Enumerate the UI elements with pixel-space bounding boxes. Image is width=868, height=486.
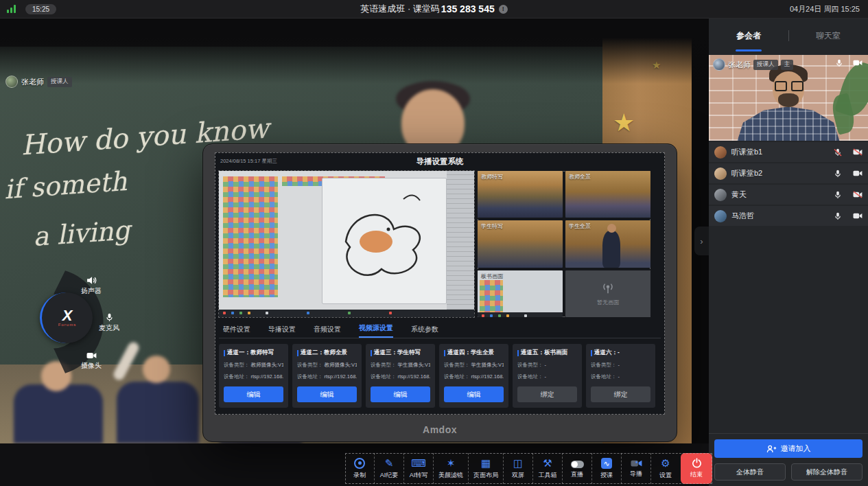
dual-screen-button[interactable]: ◫ 双屏 (503, 453, 532, 484)
mic-icon[interactable] (835, 59, 843, 67)
video-tile[interactable]: 学生特写 (478, 220, 563, 267)
toolbox-button[interactable]: ⚒ 工具箱 (532, 453, 562, 484)
mic-icon[interactable] (834, 148, 842, 157)
director-button[interactable]: 导播 (621, 453, 650, 484)
tab-director-settings[interactable]: 导播设置 (268, 325, 296, 338)
class-code: 135 283 545 (441, 3, 495, 14)
video-tile[interactable]: 学生全景 (565, 220, 650, 267)
camera-icon (86, 351, 97, 360)
toggle-icon (571, 461, 584, 468)
camera-grid: 教师特写 教师全景 学生特写 学生全景 板书画面 暂无画面 (478, 171, 650, 317)
featured-participant-video[interactable]: 张老师 授课人 主 (709, 55, 868, 141)
camera-icon[interactable] (853, 212, 863, 220)
presenter-name: 张老师 (21, 77, 44, 87)
channel-title: 通道二：教师全景 (301, 349, 347, 357)
participant-row[interactable]: 马浩哲 (709, 206, 868, 226)
presenter-avatar (5, 76, 18, 88)
chevron-right-icon: › (700, 236, 703, 246)
mute-all-button[interactable]: 全体静音 (714, 463, 786, 481)
desktop-icons (223, 176, 278, 297)
camera-menu-item[interactable]: 摄像头 (81, 351, 102, 371)
director-camera-icon (631, 459, 642, 467)
keyboard-icon: ⌨ (411, 458, 426, 469)
mic-icon[interactable] (834, 212, 842, 220)
channel-title: 通道五：板书画面 (521, 349, 567, 357)
camera-icon[interactable] (853, 170, 863, 177)
teach-button[interactable]: ∿ 授课 (591, 453, 621, 484)
camera-icon[interactable] (853, 148, 863, 156)
class-title-text: 英语速成班 · 课堂码 (360, 3, 440, 15)
channel-title: 通道一：教师特写 (227, 349, 274, 357)
avatar (714, 146, 727, 159)
invite-button[interactable]: 邀请加入 (714, 439, 863, 458)
record-button[interactable]: 录制 (345, 453, 374, 484)
channel-card-6: 通道六：- 设备类型：- 设备地址：- 绑定 (586, 344, 655, 408)
microphone-icon (105, 313, 114, 322)
modal-tab-bar: 硬件设置 导播设置 音频设置 视频源设置 系统参数 (223, 323, 658, 338)
device-arc-menu: 扬声器 麦克风 摄像头 X Forums (33, 264, 150, 380)
dual-screen-icon: ◫ (513, 458, 523, 469)
avatar (714, 189, 727, 201)
device-hub-button[interactable]: X Forums (40, 292, 93, 343)
camera-icon[interactable] (853, 191, 863, 198)
unmute-all-button[interactable]: 解除全体静音 (791, 463, 863, 481)
channel-edit-button[interactable]: 编辑 (224, 386, 283, 402)
channel-card-5: 通道五：板书画面 设备类型：- 设备地址：- 绑定 (513, 344, 582, 408)
participant-name: 听课堂b1 (731, 147, 762, 157)
pencil-icon: ✎ (385, 458, 394, 469)
end-session-button[interactable]: 结束 (681, 453, 712, 484)
camera-icon[interactable] (853, 59, 863, 67)
desktop-taskbar (219, 310, 474, 317)
avatar (714, 167, 727, 180)
info-icon[interactable]: ! (499, 5, 508, 14)
channel-edit-button[interactable]: 编辑 (297, 386, 357, 402)
presenter-label: 张老师 授课人 (5, 76, 72, 88)
class-title: 英语速成班 · 课堂码135 283 545 ! (0, 3, 868, 15)
ai-transcribe-button[interactable]: ⌨ AI转写 (403, 453, 433, 484)
page-layout-button[interactable]: ▦ 页面布局 (468, 453, 503, 484)
screen-preview[interactable] (219, 171, 474, 317)
tab-chat-room[interactable]: 聊天室 (788, 30, 868, 42)
tab-system-params[interactable]: 系统参数 (411, 325, 438, 338)
mic-icon[interactable] (834, 191, 842, 199)
participant-name: 听课堂b2 (731, 168, 762, 178)
speaker-menu-item[interactable]: 扬声器 (81, 276, 102, 296)
bottom-toolbar: 录制 ✎ AI纪要 ⌨ AI转写 ✶ 美颜滤镜 ▦ 页面布局 ◫ 双屏 ⚒ 工具… (345, 453, 712, 484)
participant-name: 张老师 (728, 60, 751, 70)
beauty-filter-button[interactable]: ✶ 美颜滤镜 (433, 453, 468, 484)
power-icon (692, 458, 702, 468)
mic-icon[interactable] (834, 170, 842, 178)
ai-minutes-button[interactable]: ✎ AI纪要 (374, 453, 403, 484)
tab-hardware-settings[interactable]: 硬件设置 (223, 325, 250, 338)
live-stream-button[interactable]: 直播 (562, 453, 591, 484)
wave-icon: ∿ (601, 458, 612, 469)
channel-title: 通道四：学生全景 (447, 349, 494, 357)
participant-row[interactable]: 黄天 (709, 185, 868, 205)
participant-video-figure (737, 104, 840, 141)
tab-video-source-settings[interactable]: 视频源设置 (359, 323, 393, 338)
channel-bind-button[interactable]: 绑定 (591, 386, 650, 402)
channel-edit-button[interactable]: 编辑 (444, 386, 504, 402)
video-tile[interactable]: 板书画面 (478, 270, 563, 317)
sidebar-collapse-handle[interactable]: › (694, 227, 709, 255)
modal-title: 导播设置系统 (215, 157, 665, 167)
modal-screen: 2024/08/15 15:17 星期三 导播设置系统 (215, 152, 665, 415)
channel-card-2: 通道二：教师全景 设备类型：教师摄像头:V10 设备地址：rtsp://192.… (292, 344, 362, 408)
speaker-icon (86, 276, 97, 285)
channel-edit-button[interactable]: 编辑 (371, 386, 430, 402)
channel-title: 通道三：学生特写 (374, 349, 421, 357)
participant-row[interactable]: 听课堂b2 (709, 163, 868, 183)
channel-bind-button[interactable]: 绑定 (517, 386, 577, 402)
tab-audio-settings[interactable]: 音频设置 (314, 325, 341, 338)
video-tile[interactable]: 教师全景 (565, 171, 650, 218)
star-decoration: ★ (613, 108, 635, 137)
channel-card-3: 通道三：学生特写 设备类型：学生摄像头:V10 设备地址：rtsp://192.… (366, 344, 435, 408)
microphone-menu-item[interactable]: 麦克风 (99, 313, 119, 333)
channel-card-4: 通道四：学生全景 设备类型：学生摄像头:V10 设备地址：rtsp://192.… (439, 344, 508, 408)
participant-name: 马浩哲 (731, 211, 754, 221)
tab-participants[interactable]: 参会者 (709, 30, 788, 42)
video-tile[interactable]: 教师特写 (478, 171, 563, 218)
settings-button[interactable]: ⚙ 设置 (650, 453, 680, 484)
participant-row[interactable]: 听课堂b1 (709, 142, 868, 162)
magic-wand-icon: ✶ (447, 458, 456, 469)
